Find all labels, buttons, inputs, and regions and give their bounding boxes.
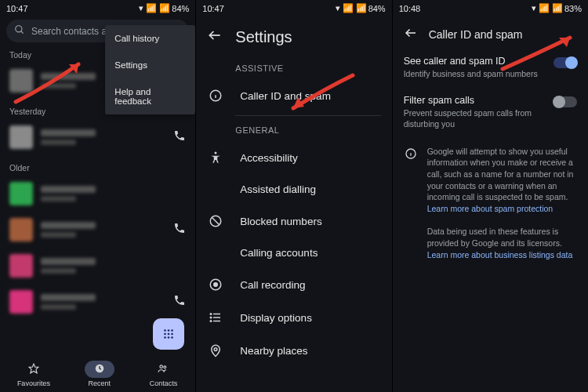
- clock: 10:47: [6, 4, 28, 13]
- svg-point-3: [168, 329, 170, 332]
- setting-blocked-numbers[interactable]: Blocked numbers: [196, 205, 391, 238]
- record-icon: [207, 278, 224, 292]
- list-item[interactable]: [0, 284, 195, 320]
- setting-calling-accounts[interactable]: Calling accounts: [196, 238, 391, 268]
- list-item[interactable]: [0, 176, 195, 212]
- app-bar: Caller ID and spam: [393, 15, 588, 48]
- phone-recents-screen: 10:47 ▾ 📶 📶 84% Search contacts a Call h…: [0, 0, 195, 392]
- svg-point-6: [168, 333, 170, 336]
- switch-off[interactable]: [554, 96, 577, 107]
- svg-point-8: [164, 336, 166, 339]
- svg-point-0: [16, 26, 22, 32]
- svg-line-22: [212, 218, 220, 225]
- svg-point-14: [164, 366, 166, 368]
- svg-point-20: [215, 152, 217, 154]
- section-older: Older: [0, 160, 195, 176]
- svg-point-7: [171, 333, 173, 336]
- bottom-nav: Favourites Recent Contacts: [0, 354, 195, 392]
- menu-call-history[interactable]: Call history: [105, 25, 195, 52]
- status-bar: 10:47 ▾ 📶 📶 84%: [196, 0, 391, 15]
- svg-point-30: [211, 321, 212, 322]
- svg-point-2: [164, 329, 166, 332]
- accessibility-icon: [207, 151, 224, 165]
- svg-point-10: [171, 336, 173, 339]
- svg-point-4: [171, 329, 173, 332]
- info-block: Google will attempt to show you useful i…: [393, 138, 588, 269]
- clock: 10:48: [399, 4, 421, 13]
- clock: 10:47: [202, 4, 224, 13]
- page-title: Settings: [235, 28, 292, 46]
- status-bar: 10:47 ▾ 📶 📶 84%: [0, 0, 195, 15]
- status-icons: ▾ 📶 📶 84%: [139, 3, 189, 13]
- caller-id-settings-screen: 10:48 ▾ 📶 📶 83% Caller ID and spam See c…: [392, 0, 588, 392]
- info-outline-icon: [404, 147, 418, 160]
- phone-icon[interactable]: [173, 129, 186, 145]
- svg-point-29: [211, 317, 212, 318]
- section-general: GENERAL: [196, 116, 391, 141]
- toggle-see-caller-id[interactable]: See caller and spam ID Identify business…: [393, 48, 588, 87]
- setting-caller-id[interactable]: Caller ID and spam: [196, 79, 391, 112]
- status-icons: ▾ 📶 📶 83%: [532, 3, 582, 13]
- overflow-menu: Call history Settings Help and feedback: [105, 25, 195, 114]
- setting-call-recording[interactable]: Call recording: [196, 268, 391, 301]
- menu-settings[interactable]: Settings: [105, 52, 195, 78]
- setting-display-options[interactable]: Display options: [196, 301, 391, 334]
- back-arrow-icon[interactable]: [207, 27, 223, 46]
- svg-point-5: [164, 333, 166, 336]
- switch-on[interactable]: [554, 57, 577, 68]
- star-icon: [19, 361, 49, 378]
- list-item[interactable]: [0, 212, 195, 248]
- svg-marker-11: [29, 364, 38, 373]
- svg-line-1: [21, 31, 24, 34]
- learn-more-listings-link[interactable]: Learn more about business listings data: [427, 250, 573, 260]
- search-icon: [14, 24, 25, 38]
- block-icon: [207, 214, 224, 228]
- phone-settings-screen: 10:47 ▾ 📶 📶 84% Settings ASSISTIVE Calle…: [195, 0, 391, 392]
- location-icon: [207, 343, 224, 358]
- app-bar: Settings: [196, 15, 391, 54]
- list-icon: [207, 310, 224, 325]
- list-item[interactable]: [0, 248, 195, 284]
- search-placeholder: Search contacts a: [31, 26, 107, 37]
- toggle-filter-spam[interactable]: Filter spam calls Prevent suspected spam…: [393, 87, 588, 137]
- svg-point-31: [214, 348, 217, 351]
- info-icon: [207, 89, 224, 103]
- phone-icon[interactable]: [173, 294, 186, 310]
- svg-point-9: [168, 336, 170, 339]
- nav-contacts[interactable]: Contacts: [148, 361, 178, 387]
- phone-icon[interactable]: [173, 222, 186, 238]
- menu-help[interactable]: Help and feedback: [105, 78, 195, 114]
- people-icon: [148, 361, 178, 378]
- status-icons: ▾ 📶 📶 84%: [336, 3, 386, 13]
- dialpad-button[interactable]: [153, 318, 184, 350]
- svg-point-13: [160, 365, 163, 368]
- svg-point-28: [211, 314, 212, 315]
- section-assistive: ASSISTIVE: [196, 54, 391, 79]
- list-item[interactable]: [0, 119, 195, 155]
- setting-nearby-places[interactable]: Nearby places: [196, 334, 391, 367]
- status-bar: 10:48 ▾ 📶 📶 83%: [393, 0, 588, 15]
- page-title: Caller ID and spam: [429, 28, 523, 41]
- svg-point-24: [214, 283, 218, 287]
- learn-more-spam-link[interactable]: Learn more about spam protection: [427, 204, 554, 213]
- setting-accessibility[interactable]: Accessibility: [196, 141, 391, 174]
- clock-icon: [85, 361, 114, 378]
- setting-assisted-dialling[interactable]: Assisted dialling: [196, 174, 391, 205]
- nav-recent[interactable]: Recent: [85, 361, 114, 387]
- nav-favourites[interactable]: Favourites: [17, 361, 50, 387]
- back-arrow-icon[interactable]: [404, 26, 418, 43]
